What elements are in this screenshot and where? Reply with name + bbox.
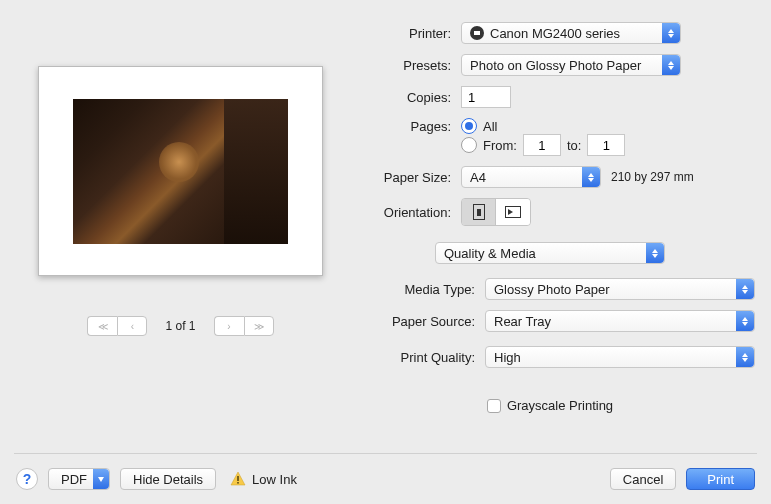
chevron-updown-icon <box>582 167 600 187</box>
chevron-updown-icon <box>662 55 680 75</box>
orientation-landscape-button[interactable] <box>496 199 530 225</box>
form-column: Printer: Canon MG2400 series Presets: Ph… <box>345 18 755 413</box>
chevron-updown-icon <box>736 279 754 299</box>
pager-next-button[interactable]: › <box>214 316 244 336</box>
printer-status-icon <box>470 26 484 40</box>
preview-image <box>73 99 288 244</box>
svg-rect-0 <box>237 476 239 481</box>
paper-source-value: Rear Tray <box>494 314 551 329</box>
chevron-updown-icon <box>662 23 680 43</box>
grayscale-checkbox[interactable] <box>487 399 501 413</box>
orientation-group <box>461 198 531 226</box>
svg-rect-1 <box>237 482 239 484</box>
print-quality-value: High <box>494 350 521 365</box>
pager-prev-button[interactable]: ‹ <box>117 316 147 336</box>
printer-value: Canon MG2400 series <box>490 26 620 41</box>
pages-to-label: to: <box>567 138 581 153</box>
presets-label: Presets: <box>345 58 451 73</box>
landscape-icon <box>505 206 521 218</box>
preview-column: ≪ ‹ 1 of 1 › ≫ <box>16 18 345 413</box>
paper-source-label: Paper Source: <box>345 314 475 329</box>
help-button[interactable]: ? <box>16 468 38 490</box>
copies-input[interactable] <box>461 86 511 108</box>
printer-select[interactable]: Canon MG2400 series <box>461 22 681 44</box>
low-ink-label: Low Ink <box>252 472 297 487</box>
media-type-label: Media Type: <box>345 282 475 297</box>
presets-value: Photo on Glossy Photo Paper <box>470 58 641 73</box>
print-quality-select[interactable]: High <box>485 346 755 368</box>
print-button[interactable]: Print <box>686 468 755 490</box>
print-quality-label: Print Quality: <box>345 350 475 365</box>
print-panel-value: Quality & Media <box>444 246 536 261</box>
media-type-select[interactable]: Glossy Photo Paper <box>485 278 755 300</box>
printer-label: Printer: <box>345 26 451 41</box>
portrait-icon <box>473 204 485 220</box>
paper-size-select[interactable]: A4 <box>461 166 601 188</box>
chevron-down-icon <box>93 469 109 489</box>
media-type-value: Glossy Photo Paper <box>494 282 610 297</box>
print-preview-frame <box>38 66 323 276</box>
chevron-updown-icon <box>646 243 664 263</box>
presets-select[interactable]: Photo on Glossy Photo Paper <box>461 54 681 76</box>
paper-size-label: Paper Size: <box>345 170 451 185</box>
pager: ≪ ‹ 1 of 1 › ≫ <box>16 316 345 336</box>
copies-label: Copies: <box>345 90 451 105</box>
pager-last-button[interactable]: ≫ <box>244 316 274 336</box>
pages-from-input[interactable] <box>523 134 561 156</box>
orientation-label: Orientation: <box>345 205 451 220</box>
paper-source-select[interactable]: Rear Tray <box>485 310 755 332</box>
print-panel-select[interactable]: Quality & Media <box>435 242 665 264</box>
grayscale-label: Grayscale Printing <box>507 398 613 413</box>
paper-size-value: A4 <box>470 170 486 185</box>
pager-label: 1 of 1 <box>165 319 195 333</box>
pages-range-radio[interactable] <box>461 137 477 153</box>
pager-first-button[interactable]: ≪ <box>87 316 117 336</box>
paper-size-note: 210 by 297 mm <box>611 170 694 184</box>
orientation-portrait-button[interactable] <box>462 199 496 225</box>
warning-icon <box>230 471 246 487</box>
chevron-updown-icon <box>736 347 754 367</box>
pages-from-label: From: <box>483 138 517 153</box>
chevron-updown-icon <box>736 311 754 331</box>
pages-to-input[interactable] <box>587 134 625 156</box>
pdf-menu-button[interactable]: PDF <box>48 468 110 490</box>
pages-all-radio[interactable] <box>461 118 477 134</box>
footer: ? PDF Hide Details Low Ink Cancel Print <box>0 454 771 504</box>
pages-all-label: All <box>483 119 497 134</box>
pdf-label: PDF <box>61 472 87 487</box>
hide-details-button[interactable]: Hide Details <box>120 468 216 490</box>
pages-label: Pages: <box>345 119 451 134</box>
cancel-button[interactable]: Cancel <box>610 468 676 490</box>
